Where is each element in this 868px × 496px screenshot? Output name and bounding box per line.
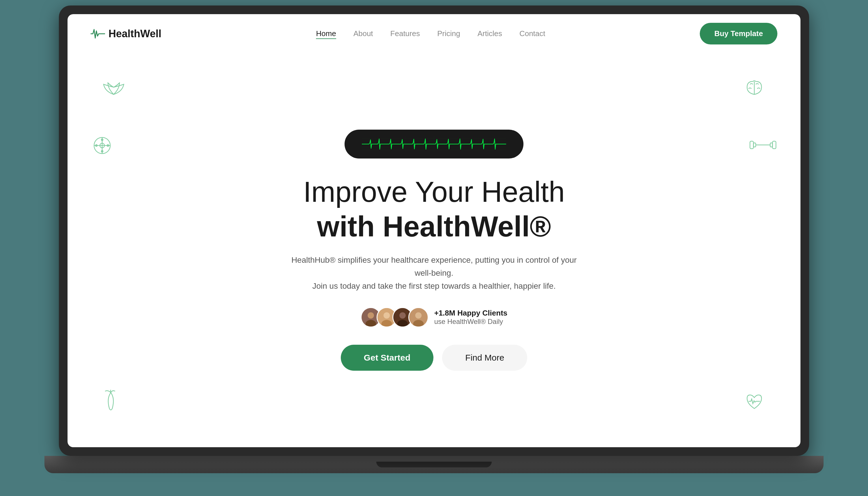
svg-point-28 [368,312,374,319]
logo-icon [91,28,105,40]
cta-buttons: Get Started Find More [341,345,528,371]
buy-template-button[interactable]: Buy Template [700,23,777,45]
svg-point-37 [415,312,422,319]
heart-monitor-icon [743,390,766,418]
brain-icon [743,76,766,103]
find-more-button[interactable]: Find More [442,345,527,371]
svg-point-34 [399,312,406,319]
bandage-icon [91,134,114,162]
social-desc: use HealthWell® Daily [434,317,508,326]
laptop-base [45,456,823,473]
social-count: +1.8M Happy Clients [434,309,508,317]
nav-pricing[interactable]: Pricing [437,29,460,38]
ecg-display [344,130,524,158]
nav-links: Home About Features Pricing Articles [316,29,545,38]
svg-rect-9 [753,143,756,147]
hero-headline-bold: with HealthWell® [317,211,551,242]
svg-rect-12 [772,141,776,149]
social-text: +1.8M Happy Clients use HealthWell® Dail… [434,309,508,326]
hero-headline-normal: Improve Your Health [303,176,565,207]
nav-contact[interactable]: Contact [519,29,545,38]
get-started-button[interactable]: Get Started [341,345,434,371]
avatar-group [361,307,429,327]
logo-text: HealthWell [109,28,161,40]
nav-features[interactable]: Features [390,29,420,38]
nav-articles[interactable]: Articles [478,29,502,38]
laptop-hinge [376,462,492,467]
svg-point-31 [384,312,390,319]
nav-about[interactable]: About [353,29,373,38]
carrot-icon [102,390,119,418]
svg-rect-8 [750,141,753,149]
ecg-waveform [362,135,506,153]
avatar-4 [408,307,429,327]
hero-subtext: HealthHub® simplifies your healthcare ex… [290,254,578,293]
lotus-icon [102,76,125,103]
dumbbell-icon [749,134,777,160]
navbar: HealthWell Home About Features [67,14,801,53]
social-proof: +1.8M Happy Clients use HealthWell® Dail… [361,307,508,327]
logo: HealthWell [91,28,161,40]
hero-section: Improve Your Health with HealthWell® Hea… [67,53,801,447]
nav-home[interactable]: Home [316,29,336,38]
